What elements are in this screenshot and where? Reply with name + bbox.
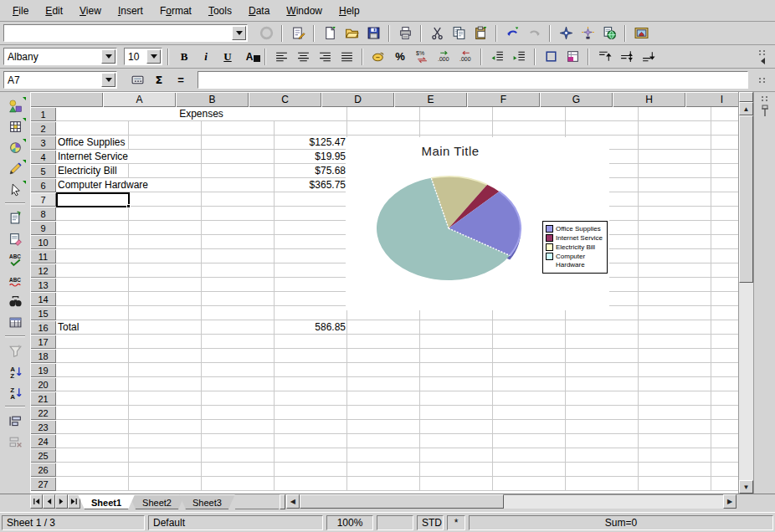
cell-d3[interactable]: $125.47 xyxy=(275,136,346,149)
cell-d4[interactable]: $19.95 xyxy=(275,150,346,163)
row-header[interactable]: 27 xyxy=(30,477,56,491)
row-header[interactable]: 16 xyxy=(30,320,56,335)
formula-bar-grip[interactable] xyxy=(753,77,772,84)
sort-ascending-button[interactable]: AZ xyxy=(3,361,27,381)
status-zoom-level[interactable]: 100% xyxy=(326,515,373,530)
menu-view[interactable]: View xyxy=(72,3,109,19)
auto-spellcheck-button[interactable]: ABC xyxy=(3,270,27,290)
vertical-split-box[interactable] xyxy=(739,92,753,102)
undo-button[interactable] xyxy=(502,24,522,43)
column-header-i[interactable]: I xyxy=(685,92,738,107)
status-sum-display[interactable]: Sum=0 xyxy=(469,515,773,530)
row-header[interactable]: 14 xyxy=(30,292,56,306)
align-bottom-button[interactable] xyxy=(638,48,658,66)
select-all-corner[interactable] xyxy=(30,92,103,107)
row-header[interactable]: 5 xyxy=(30,164,56,178)
align-center-vertical-button[interactable] xyxy=(616,48,636,66)
menu-insert[interactable]: Insert xyxy=(110,3,151,19)
add-decimal-button[interactable]: .000 xyxy=(434,48,454,66)
status-page-style[interactable]: Default xyxy=(148,515,323,530)
font-color-button[interactable]: A xyxy=(239,48,259,66)
tab-sheet1[interactable]: Sheet1 xyxy=(78,494,135,509)
font-size-dropdown[interactable] xyxy=(146,49,161,64)
column-header-h[interactable]: H xyxy=(613,92,685,107)
gallery-button[interactable] xyxy=(631,24,651,43)
cell-a5[interactable]: Electricity Bill xyxy=(56,164,119,177)
cell-a16-total[interactable]: Total xyxy=(56,320,80,334)
input-line[interactable] xyxy=(198,71,748,89)
url-combobox[interactable] xyxy=(3,24,248,42)
row-header[interactable]: 9 xyxy=(30,221,56,235)
italic-button[interactable]: i xyxy=(196,48,216,66)
row-header[interactable]: 12 xyxy=(30,263,56,278)
form-functions-button[interactable] xyxy=(3,179,27,199)
menu-format[interactable]: Format xyxy=(152,3,199,19)
cell-a4[interactable]: Internet Service xyxy=(56,150,130,163)
tab-scrollbar-splitter[interactable] xyxy=(280,494,285,509)
navigator-button[interactable] xyxy=(556,24,576,43)
previous-sheet-button[interactable] xyxy=(43,494,55,509)
font-size-input[interactable] xyxy=(125,49,146,64)
menu-help[interactable]: Help xyxy=(331,3,367,19)
pin-icon[interactable] xyxy=(761,105,769,118)
formula-input[interactable] xyxy=(198,72,747,88)
scroll-up-button[interactable]: ▲ xyxy=(739,102,753,115)
standard-format-button[interactable]: $% xyxy=(412,48,432,66)
draw-functions-button[interactable] xyxy=(3,158,27,178)
align-center-button[interactable] xyxy=(293,48,313,66)
open-button[interactable] xyxy=(341,24,362,43)
row-header[interactable]: 8 xyxy=(30,207,56,221)
url-input[interactable] xyxy=(4,25,232,41)
row-header[interactable]: 19 xyxy=(30,363,56,377)
new-document-button[interactable] xyxy=(320,24,340,43)
background-color-button[interactable] xyxy=(562,48,583,66)
row-header[interactable]: 6 xyxy=(30,178,56,192)
themes-button[interactable] xyxy=(3,228,27,248)
align-justify-button[interactable] xyxy=(336,48,357,66)
bold-button[interactable]: B xyxy=(174,48,194,66)
scroll-down-button[interactable]: ▼ xyxy=(739,480,753,494)
row-header[interactable]: 10 xyxy=(30,235,56,249)
row-header[interactable]: 7 xyxy=(30,192,56,207)
paste-button[interactable] xyxy=(470,24,490,43)
print-button[interactable] xyxy=(395,24,415,43)
horizontal-scroll-track[interactable] xyxy=(504,494,723,509)
tab-sheet3[interactable]: Sheet3 xyxy=(179,494,235,509)
copy-button[interactable] xyxy=(449,24,469,43)
font-size-combobox[interactable] xyxy=(124,48,162,65)
row-header[interactable]: 21 xyxy=(30,391,56,406)
row-header[interactable]: 2 xyxy=(30,121,56,136)
vertical-scroll-thumb[interactable] xyxy=(739,115,753,283)
font-name-input[interactable] xyxy=(4,49,101,64)
row-header[interactable]: 3 xyxy=(30,136,56,150)
group-button[interactable] xyxy=(3,411,27,431)
column-header-a[interactable]: A xyxy=(103,92,176,107)
column-header-c[interactable]: C xyxy=(249,92,321,107)
cell-a6[interactable]: Computer Hardware xyxy=(56,178,150,192)
cell-reference-input[interactable] xyxy=(4,72,101,88)
function-button[interactable]: = xyxy=(171,71,191,90)
edit-file-button[interactable] xyxy=(288,24,308,43)
next-sheet-button[interactable] xyxy=(55,494,68,509)
font-name-dropdown[interactable] xyxy=(101,49,115,64)
align-top-button[interactable] xyxy=(594,48,614,66)
row-header[interactable]: 1 xyxy=(30,107,56,121)
insert-button[interactable] xyxy=(3,95,27,115)
cell-d6[interactable]: $365.75 xyxy=(275,178,346,192)
insert-cells-button[interactable] xyxy=(3,116,27,136)
hyperlink-button[interactable] xyxy=(599,24,619,43)
row-header[interactable]: 22 xyxy=(30,406,56,420)
align-left-button[interactable] xyxy=(271,48,291,66)
scroll-right-button[interactable]: ▶ xyxy=(723,494,737,509)
sort-descending-button[interactable]: ZA xyxy=(3,382,27,402)
column-header-d[interactable]: D xyxy=(321,92,394,107)
row-header[interactable]: 25 xyxy=(30,448,56,463)
row-header[interactable]: 17 xyxy=(30,335,56,349)
row-header[interactable]: 26 xyxy=(30,463,56,477)
row-header[interactable]: 20 xyxy=(30,377,56,391)
data-sources-button[interactable] xyxy=(3,312,27,332)
column-header-g[interactable]: G xyxy=(540,92,613,107)
row-header[interactable]: 13 xyxy=(30,278,56,292)
row-header[interactable]: 24 xyxy=(30,434,56,448)
first-sheet-button[interactable] xyxy=(30,494,43,509)
